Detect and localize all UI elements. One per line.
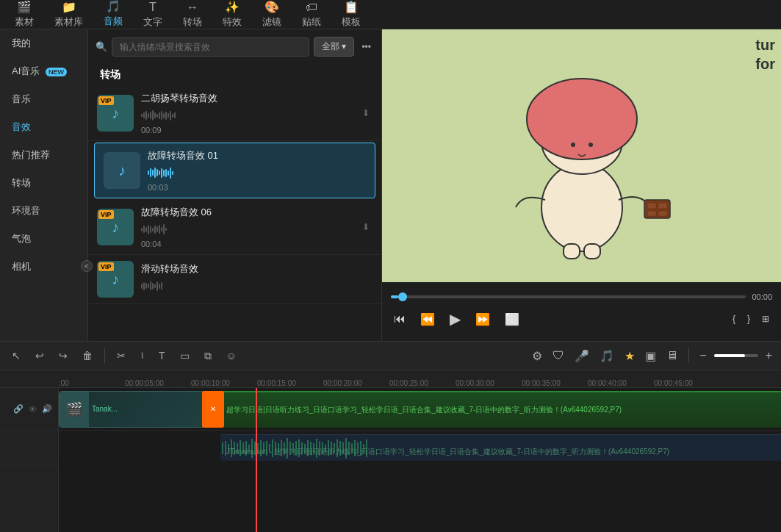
right-controls: { } ⊞ [730,311,772,327]
sound-item[interactable]: VIP ♪ 二胡扬琴转场音效 00:09 ⬇ [88,86,381,141]
ruler-mark: 00:00:35:00 [522,379,561,387]
timeline-scroll[interactable]: 🎬 Tanak... ✕ 超学习日语|日语听力练习_日语口语学习_轻松学日语_日… [59,388,781,532]
sidebar-item-camera[interactable]: 相机 [0,253,87,281]
text-tool-button[interactable]: T [153,347,171,364]
music-note-icon: ♪ [118,162,126,179]
more-options-icon[interactable]: ••• [359,39,374,55]
sound-duration: 00:03 [148,183,366,192]
transition-icon: ✕ [210,405,216,413]
timeline-ruler: :00 00:00:05:00 00:00:10:00 00:00:15:00 … [0,370,781,388]
new-badge: NEW [46,68,67,76]
split-button[interactable]: ⌇ [134,348,150,364]
svg-point-0 [541,163,622,251]
delete-button[interactable]: 🗑 [76,347,98,364]
download-icon[interactable]: ⬇ [359,105,372,121]
filter-dropdown[interactable]: 全部 ▾ [314,37,354,57]
nav-filter[interactable]: 🎨 滤镜 [253,0,290,32]
play-button[interactable]: ▶ [447,307,464,331]
svg-rect-7 [658,203,667,209]
sound-duration: 00:04 [141,240,359,248]
quality-settings-button[interactable]: ⚙ [529,346,545,366]
panel-collapse-button[interactable]: < [81,260,93,272]
star-button[interactable]: ★ [622,346,638,366]
redo-button[interactable]: ↪ [53,347,73,364]
music-note-icon: ♪ [112,271,119,288]
nav-library[interactable]: 📁 素材库 [46,0,92,32]
zoom-slider[interactable] [714,354,758,357]
emoji-button[interactable]: ☺ [220,347,242,364]
nav-media[interactable]: 🎬 素材 [6,0,43,32]
sidebar-item-transition-sound[interactable]: 转场 [0,169,87,197]
progress-bar-area: 00:00 [391,292,772,301]
sound-waveform [141,108,359,123]
screen-button[interactable]: 🖥 [663,346,681,365]
skip-back-button[interactable]: ⏮ [391,309,409,328]
sidebar-item-sound[interactable]: 音效 [0,113,87,141]
download-icon[interactable]: ⬇ [359,219,372,235]
sound-item[interactable]: VIP ♪ 滑动转场音效 [88,255,381,304]
step-back-button[interactable]: ⏪ [417,309,438,329]
sound-item-selected[interactable]: ♪ 故障转场音效 01 00:03 [94,143,375,198]
svg-rect-11 [584,244,600,259]
search-icon: 🔍 [96,41,107,52]
preview-controls: 00:00 ⏮ ⏪ ▶ ⏩ ⬜ { } ⊞ [382,282,781,341]
progress-thumb[interactable] [398,292,407,301]
sidebar-item-ambient[interactable]: 环境音 [0,197,87,225]
zoom-out-button[interactable]: − [697,346,709,365]
frame-button[interactable]: ▣ [642,346,659,366]
svg-rect-10 [564,244,580,259]
video-clip-main[interactable]: 超学习日语|日语听力练习_日语口语学习_轻松学日语_日语合集_建议收藏_7-日语… [220,391,781,428]
skip-forward-button[interactable]: ⏩ [472,309,493,329]
video-clip-1[interactable]: 🎬 Tanak... [59,391,206,428]
side-controls: 🔗 👁 🔊 [0,388,59,532]
bracket-right-icon[interactable]: } [744,311,753,327]
top-navigation: 🎬 素材 📁 素材库 🎵 音频 T 文字 ↔ 转场 ✨ 特效 🎨 滤镜 🏷 贴纸… [0,0,781,29]
nav-transition[interactable]: ↔ 转场 [174,0,211,32]
fullscreen-button[interactable]: ⬜ [502,309,522,329]
track-volume-icon[interactable]: 🔊 [40,403,54,415]
zoom-in-button[interactable]: + [763,346,775,365]
sound-name: 故障转场音效 06 [141,206,359,219]
music-button[interactable]: 🎵 [597,346,617,366]
search-bar: 🔍 全部 ▾ ••• [88,29,381,64]
svg-point-2 [527,79,637,159]
bracket-left-icon[interactable]: { [730,311,738,327]
music-note-icon: ♪ [112,105,119,122]
shield-icon-button[interactable]: 🛡 [550,346,567,365]
sidebar-item-ai-music[interactable]: AI音乐 NEW [0,57,87,85]
progress-track[interactable] [391,295,746,298]
audio-link-icon[interactable] [46,446,48,449]
sidebar-item-mine[interactable]: 我的 [0,29,87,57]
nav-text[interactable]: T 文字 [134,0,171,32]
clip-label: Tanak... [89,405,120,413]
left-sidebar: 我的 AI音乐 NEW 音乐 音效 热门推荐 转场 环境音 气泡 相机 < [0,29,88,341]
audio-eye-icon[interactable] [51,446,54,449]
nav-template[interactable]: 📋 模板 [333,0,370,32]
nav-audio[interactable]: 🎵 音频 [95,0,132,32]
sidebar-item-bubble[interactable]: 气泡 [0,225,87,253]
search-input[interactable] [112,37,309,57]
ruler-mark: :00 [59,379,69,387]
transition-marker[interactable]: ✕ [202,391,224,428]
sidebar-item-music[interactable]: 音乐 [0,85,87,113]
toolbar-divider-2 [688,348,689,363]
nav-sticker[interactable]: 🏷 贴纸 [293,0,330,32]
sound-waveform [148,165,366,180]
audio-clip[interactable]: JTanaka son - 超学习日语|日语听力练习_日语口语学习_轻松学日语_… [220,434,781,461]
svg-rect-13 [222,442,223,454]
copy-button[interactable]: ⧉ [198,347,217,365]
sound-thumbnail: VIP ♪ [97,95,134,132]
layout-icon[interactable]: ⊞ [759,311,772,327]
select-tool-button[interactable]: ↖ [6,347,26,364]
cut-button[interactable]: ✂ [111,347,132,364]
rect-tool-button[interactable]: ▭ [174,347,195,364]
sound-item[interactable]: VIP ♪ 故障转场音效 06 00:04 ⬇ [88,200,381,255]
undo-button[interactable]: ↩ [29,347,50,364]
nav-effects[interactable]: ✨ 特效 [214,0,251,32]
section-title: 转场 [88,64,381,86]
microphone-button[interactable]: 🎤 [572,346,592,366]
sidebar-item-hot[interactable]: 热门推荐 [0,141,87,169]
ruler-mark: 00:00:20:00 [323,379,362,387]
track-eye-icon[interactable]: 👁 [27,403,38,415]
link-icon[interactable]: 🔗 [12,403,25,415]
